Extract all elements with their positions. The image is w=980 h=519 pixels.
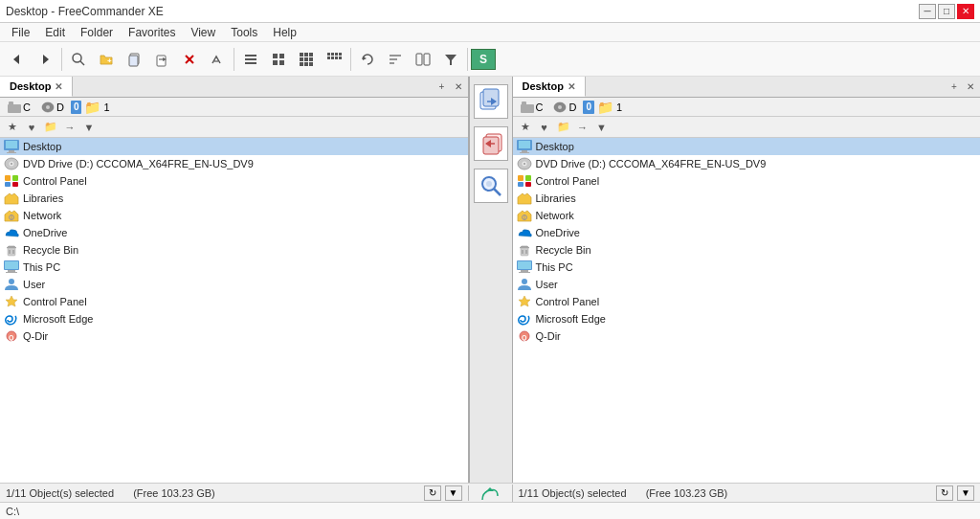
left-pt-arrow[interactable]: → [61,119,78,136]
right-item-network[interactable]: Network [513,207,981,224]
move-button[interactable] [148,46,175,73]
sync-button[interactable]: S [471,49,496,70]
left-item-network[interactable]: Network [0,207,468,224]
right-status-btn1[interactable]: ↻ [936,485,953,501]
left-item-dvd[interactable]: DVD Drive (D:) CCCOMA_X64FRE_EN-US_DV9 [0,155,468,172]
right-drive-c[interactable]: C [517,100,547,115]
right-new-tab[interactable]: + [947,79,962,95]
left-drive-c[interactable]: C [4,100,34,115]
copy-button[interactable] [121,46,147,73]
right-item-recycle[interactable]: Recycle Bin [513,241,981,259]
left-tab-desktop[interactable]: Desktop ✕ [0,77,73,97]
status-bar: 1/11 Object(s) selected (Free 103.23 GB)… [0,483,980,502]
svg-rect-18 [273,60,278,65]
right-drive-num2: 1 [616,102,622,113]
right-tab-desktop[interactable]: Desktop ✕ [513,77,586,97]
right-panel-menu[interactable]: ✕ [963,79,978,95]
maximize-button[interactable]: □ [938,4,955,19]
left-status-btn2[interactable]: ▼ [445,485,462,501]
left-item-cp2[interactable]: Control Panel [0,293,468,310]
left-new-tab[interactable]: + [434,79,450,95]
right-item-dvd[interactable]: DVD Drive (D:) CCCOMA_X64FRE_EN-US_DV9 [513,155,981,172]
close-button[interactable]: ✕ [957,4,974,19]
left-status-btn1[interactable]: ↻ [424,485,441,501]
left-item-cp[interactable]: Control Panel [0,172,468,190]
right-item-thispc[interactable]: This PC [513,259,981,276]
svg-rect-87 [519,141,530,148]
right-tab-close[interactable]: ✕ [568,81,575,92]
left-pt-heart[interactable]: ♥ [23,119,40,136]
right-item-libs[interactable]: Libraries [513,190,981,207]
right-pt-star[interactable]: ★ [517,119,534,136]
menu-folder[interactable]: Folder [73,24,121,41]
right-drive-d[interactable]: D [549,100,580,115]
right-pt-folder[interactable]: 📁 [555,119,572,136]
filter-button[interactable] [437,46,464,73]
menu-favorites[interactable]: Favorites [121,24,183,41]
toolbar-sep-2 [234,48,234,71]
left-item-desktop[interactable]: Desktop [0,138,468,155]
svg-rect-6 [129,56,138,66]
search-button[interactable] [65,46,92,73]
menu-help[interactable]: Help [265,24,304,41]
rename-button[interactable] [204,46,231,73]
svg-rect-16 [273,54,278,58]
left-item-edge[interactable]: Microsoft Edge [0,310,468,327]
refresh-button[interactable] [354,46,381,73]
left-tab-close[interactable]: ✕ [55,81,62,92]
view-small-button[interactable] [321,46,347,73]
right-pt-heart[interactable]: ♥ [536,119,553,136]
left-item-cp2-label: Control Panel [23,296,87,307]
sort-button[interactable] [382,46,409,73]
svg-rect-56 [12,175,18,181]
svg-rect-82 [521,104,534,113]
svg-rect-95 [518,182,523,187]
left-drive-folder[interactable]: 📁 [84,100,100,115]
right-item-onedrive[interactable]: OneDrive [513,224,981,241]
cp-icon [4,173,19,189]
left-panel-menu[interactable]: ✕ [451,79,466,95]
left-pt-folder[interactable]: 📁 [42,119,59,136]
right-item-edge[interactable]: Microsoft Edge [513,310,981,327]
left-item-thispc[interactable]: This PC [0,259,468,276]
left-item-libs[interactable]: Libraries [0,190,468,207]
svg-point-68 [9,279,14,284]
left-item-recycle[interactable]: Recycle Bin [0,241,468,259]
svg-rect-28 [309,62,313,66]
menu-file[interactable]: File [4,24,37,41]
right-item-cp[interactable]: Control Panel [513,172,981,190]
view-details-button[interactable] [265,46,292,73]
menu-view[interactable]: View [183,24,223,41]
right-pt-arrow[interactable]: → [574,119,591,136]
left-item-qdir[interactable]: Q Q-Dir [0,327,468,345]
view-icons-button[interactable] [293,46,320,73]
right-item-desktop[interactable]: Desktop [513,138,981,155]
left-pt-dropdown[interactable]: ▼ [80,119,98,136]
find-button[interactable] [474,169,508,203]
menu-tools[interactable]: Tools [223,24,265,41]
forward-button[interactable] [32,46,58,73]
left-drive-d[interactable]: D [37,100,68,115]
left-item-onedrive[interactable]: OneDrive [0,224,468,241]
copy-left-button[interactable] [474,126,508,161]
left-item-libs-label: Libraries [23,192,63,204]
right-pt-dropdown[interactable]: ▼ [593,119,611,136]
right-item-user[interactable]: User [513,276,981,293]
svg-rect-55 [5,175,11,181]
right-status-btn2[interactable]: ▼ [957,485,974,501]
back-button[interactable] [4,46,31,73]
left-pt-star[interactable]: ★ [4,119,21,136]
menu-edit[interactable]: Edit [37,24,73,41]
right-item-qdir[interactable]: Q Q-Dir [513,327,981,345]
toolbar: + [0,42,980,77]
split-view-button[interactable] [410,46,436,73]
view-list-button[interactable] [237,46,264,73]
right-drive-folder[interactable]: 📁 [597,100,613,115]
right-item-cp2[interactable]: Control Panel [513,293,981,310]
left-item-user[interactable]: User [0,276,468,293]
minimize-button[interactable]: ─ [919,4,936,19]
copy-right-button[interactable] [474,84,508,119]
svg-rect-103 [518,261,531,269]
delete-button[interactable] [176,46,203,73]
new-folder-button[interactable]: + [93,46,120,73]
